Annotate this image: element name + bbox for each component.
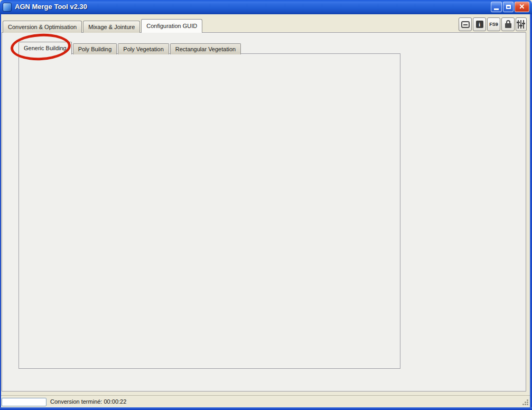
maximize-icon — [506, 5, 511, 9]
notes-button[interactable] — [459, 17, 472, 31]
info-icon: i — [476, 21, 483, 28]
minimize-button[interactable] — [491, 2, 502, 12]
building-tab-strip: Generic Building Poly Building Poly Vege… — [18, 42, 242, 54]
document-icon — [461, 21, 470, 28]
main-tab-strip: Conversion & Optimisation Mixage & Joint… — [3, 19, 203, 33]
minimize-icon — [494, 8, 499, 10]
fs9-button[interactable]: FS9 — [487, 17, 500, 31]
status-bar: Conversion terminé: 00:00:22 — [0, 395, 532, 407]
tab-mixage-jointure[interactable]: Mixage & Jointure — [83, 21, 140, 33]
tab-generic-building[interactable]: Generic Building — [18, 42, 72, 54]
status-message: Conversion terminé: 00:00:22 — [50, 398, 126, 405]
app-window: AGN Merge Tool v2.30 ✕ Conversion & Opti… — [0, 0, 532, 410]
resize-grip[interactable] — [522, 399, 529, 406]
tab-conversion-optimisation[interactable]: Conversion & Optimisation — [3, 21, 82, 33]
title-bar: AGN Merge Tool v2.30 ✕ — [0, 0, 532, 14]
window-title: AGN Merge Tool v2.30 — [15, 0, 87, 14]
tab-poly-vegetation[interactable]: Poly Vegetation — [118, 43, 169, 54]
window-frame-left — [0, 14, 1, 410]
generic-building-page — [18, 53, 400, 369]
app-icon — [3, 3, 12, 12]
sliders-icon — [517, 20, 525, 29]
window-frame-right — [530, 14, 532, 410]
close-button[interactable]: ✕ — [515, 2, 529, 12]
progress-field — [2, 398, 46, 406]
tab-configuration-guid[interactable]: Configuration GUID — [141, 19, 202, 33]
close-icon: ✕ — [519, 2, 525, 12]
tab-rectangular-vegetation[interactable]: Rectangular Vegetation — [170, 43, 241, 54]
maximize-button[interactable] — [503, 2, 514, 12]
lock-button[interactable] — [501, 17, 515, 31]
lock-icon — [505, 20, 512, 29]
info-button[interactable]: i — [473, 17, 486, 31]
tab-poly-building[interactable]: Poly Building — [73, 43, 117, 54]
toolbar: i FS9 — [459, 17, 528, 31]
settings-button[interactable] — [516, 17, 527, 31]
window-frame-bottom — [0, 407, 532, 410]
